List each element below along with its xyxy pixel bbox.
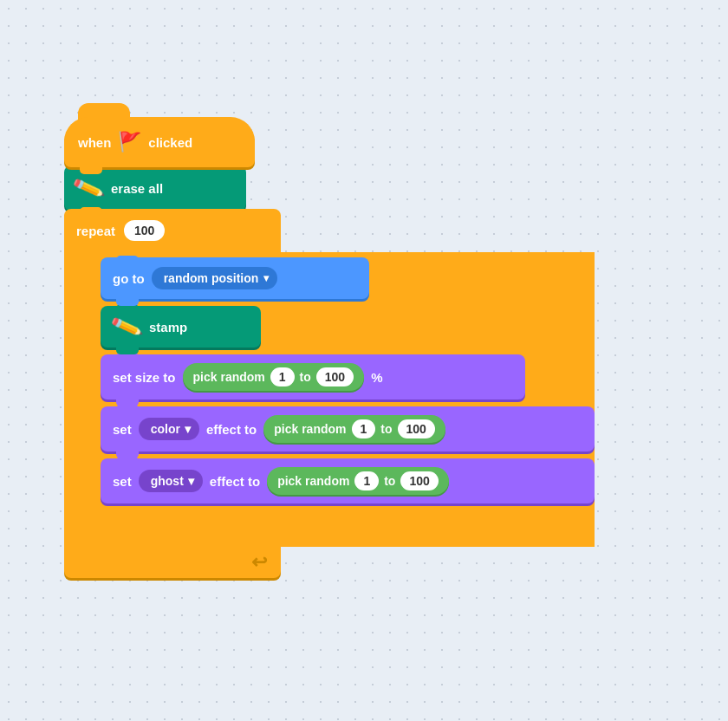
pick-random-size[interactable]: pick random 1 to 100 [183,363,365,391]
set-color-set-label: set [113,422,132,437]
pick-random-ghost[interactable]: pick random 1 to 100 [267,467,449,495]
stamp-icon: ✏️ [109,309,145,344]
pick-random-color[interactable]: pick random 1 to 100 [263,415,445,443]
set-size-block[interactable]: set size to pick random 1 to 100 % [101,354,525,399]
loop-arrow-icon: ↩ [251,551,267,574]
chevron-down-icon: ▾ [263,272,269,284]
block-text: when [78,135,111,150]
ghost-from-input[interactable]: 1 [354,471,379,490]
go-to-block[interactable]: go to random position ▾ [101,257,369,299]
percent-label: % [371,370,382,385]
set-ghost-effect-block[interactable]: set ghost ▾ effect to pick random 1 to 1… [101,458,595,503]
pick-random-color-label: pick random [274,422,346,436]
size-from-input[interactable]: 1 [270,367,295,386]
block-text: clicked [148,135,192,150]
color-chevron-icon: ▾ [185,422,191,436]
hat-block[interactable]: when 🚩 clicked [64,117,255,167]
set-ghost-set-label: set [113,474,132,489]
color-dropdown[interactable]: color ▾ [139,418,199,440]
pick-random-label: pick random [193,370,265,384]
repeat-block[interactable]: repeat 100 [64,209,281,252]
pick-random-ghost-label: pick random [277,474,349,488]
erase-all-label: erase all [111,181,163,196]
random-position-dropdown[interactable]: random position ▾ [152,267,278,289]
effect-to-label-1: effect to [206,422,257,437]
ghost-chevron-icon: ▾ [188,474,194,488]
flag-icon: 🚩 [118,131,141,153]
go-to-label: go to [113,271,145,286]
ghost-dropdown[interactable]: ghost ▾ [139,470,203,492]
repeat-input[interactable]: 100 [124,220,165,241]
pencil-icon: ✏️ [71,171,107,205]
stamp-block[interactable]: ✏️ stamp [101,306,261,348]
color-from-input[interactable]: 1 [352,419,376,438]
effect-to-label-2: effect to [210,474,260,489]
color-to-input[interactable]: 100 [398,419,435,438]
ghost-to-input[interactable]: 100 [400,471,438,490]
set-size-label: set size to [113,370,176,385]
stamp-label: stamp [149,320,187,335]
size-to-input[interactable]: 100 [316,367,354,386]
scratch-program: when 🚩 clicked ✏️ erase all repeat 100 [64,117,595,578]
set-color-effect-block[interactable]: set color ▾ effect to pick random 1 to 1… [101,406,595,451]
repeat-label: repeat [76,224,115,238]
